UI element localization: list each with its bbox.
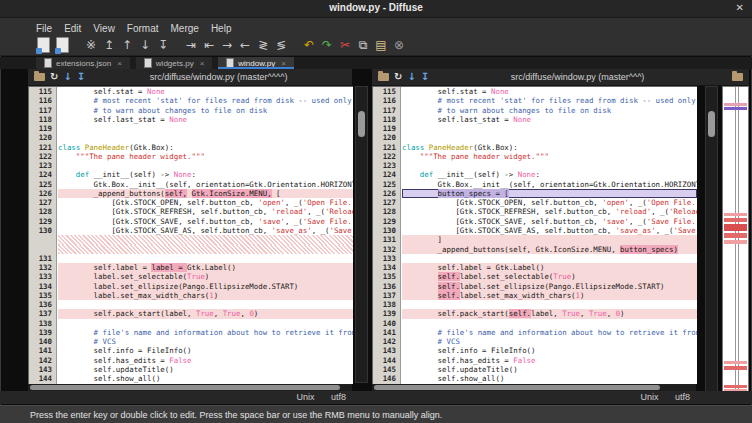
code-line[interactable]: button_specs = [ [402, 189, 697, 198]
reload-file-icon[interactable]: ↻ [50, 70, 58, 84]
code-line[interactable] [58, 235, 353, 244]
code-line[interactable]: self.pack_start(label, True, True, 0) [58, 309, 353, 318]
code-line[interactable]: # VCS [58, 337, 353, 346]
code-line[interactable]: # file's name and information about how … [402, 328, 697, 337]
code-line[interactable]: """The pane header widget.""" [58, 152, 353, 161]
copy-icon[interactable]: ⧉ [354, 36, 372, 54]
code-line[interactable]: Gtk.Box.__init__(self, orientation=Gtk.O… [58, 180, 353, 189]
code-line[interactable]: self.last_stat = None [58, 115, 353, 124]
cut-icon[interactable]: ✂ [336, 36, 354, 54]
copy-selection-left-icon[interactable]: ← [236, 36, 254, 54]
tab-close-icon[interactable]: × [281, 59, 286, 68]
merge-from-right-icon[interactable]: ≶ [272, 36, 290, 54]
code-line[interactable]: [Gtk.STOCK_SAVE_AS, self.button_cb, 'sav… [402, 226, 697, 235]
code-line[interactable]: [Gtk.STOCK_OPEN, self.button_cb, 'open',… [58, 198, 353, 207]
code-line[interactable]: self.show_all() [402, 374, 697, 383]
tab-close-icon[interactable]: × [117, 59, 122, 68]
code-line[interactable]: [Gtk.STOCK_OPEN, self.button_cb, 'open',… [402, 198, 697, 207]
code-line[interactable]: [Gtk.STOCK_SAVE, self.button_cb, 'save',… [58, 217, 353, 226]
scrollbar-handle[interactable] [358, 111, 365, 137]
code-line[interactable]: # most recent 'stat' for files read from… [402, 96, 697, 105]
code-line[interactable] [58, 300, 353, 309]
code-line[interactable] [58, 254, 353, 263]
paste-icon[interactable]: ▤ [372, 36, 390, 54]
vertical-scrollbar-left[interactable] [355, 86, 368, 383]
vertical-scrollbar-right[interactable] [705, 86, 718, 397]
code-line[interactable]: self.label.set_ellipsize(Pango.Ellipsize… [402, 282, 697, 291]
code-line[interactable] [402, 133, 697, 142]
code-line[interactable]: ] [402, 235, 697, 244]
copy-selection-right-icon[interactable]: → [218, 36, 236, 54]
new-3way-merge-icon[interactable] [56, 37, 69, 53]
code-line[interactable]: label.set_max_width_chars(1) [58, 291, 353, 300]
code-line[interactable]: self.stat = None [402, 87, 697, 96]
code-line[interactable] [58, 161, 353, 170]
code-line[interactable] [402, 254, 697, 263]
tab-close-icon[interactable]: × [200, 59, 205, 68]
code-line[interactable]: self.has_edits = False [58, 356, 353, 365]
code-line[interactable]: def __init__(self) -> None: [402, 170, 697, 179]
scrollbar-handle[interactable] [30, 385, 340, 390]
code-line[interactable]: """The pane header widget.""" [402, 152, 697, 161]
open-file-icon[interactable] [34, 73, 45, 81]
diff-map[interactable] [722, 86, 749, 397]
code-line[interactable]: self.pack_start(self.label, True, True, … [402, 309, 697, 318]
text-pane-left[interactable]: 1151161171181191201211221231241251261271… [28, 86, 353, 384]
code-line[interactable]: label.set_ellipsize(Pango.EllipsizeMode.… [58, 282, 353, 291]
title-bar[interactable]: window.py - Diffuse ✕ [0, 0, 752, 18]
code-line[interactable] [402, 161, 697, 170]
code-line[interactable]: _append_buttons(self, Gtk.IconSize.MENU,… [58, 189, 353, 198]
save-file-as-icon[interactable]: ↧ [421, 70, 429, 84]
code-line[interactable] [402, 124, 697, 133]
code-line[interactable]: # to warn about changes to file on disk [58, 106, 353, 115]
horizontal-scrollbar-left[interactable] [28, 384, 352, 391]
code-line[interactable]: def __init__(self) -> None: [58, 170, 353, 179]
tab-extensions.json[interactable]: extensions.json× [36, 57, 130, 69]
last-difference-icon[interactable]: ↧ [154, 36, 172, 54]
code-line[interactable]: self.updateTitle() [402, 365, 697, 374]
code-line[interactable]: self.updateTitle() [58, 365, 353, 374]
code-line[interactable]: label.set_selectable(True) [58, 272, 353, 281]
code-line[interactable]: # most recent 'stat' for files read from… [58, 96, 353, 105]
shift-pane-right-icon[interactable]: ⇥ [182, 36, 200, 54]
tab-window.py[interactable]: window.py× [218, 57, 294, 69]
undo-icon[interactable]: ↶ [300, 36, 318, 54]
code-line[interactable]: [Gtk.STOCK_REFRESH, self.button_cb, 'rel… [58, 207, 353, 216]
code-line[interactable]: self.info = FileInfo() [402, 346, 697, 355]
code-line[interactable]: self.show_all() [58, 374, 353, 383]
code-line[interactable] [58, 124, 353, 133]
merge-from-left-icon[interactable]: ≷ [254, 36, 272, 54]
scrollbar-handle[interactable] [708, 111, 715, 137]
tab-widgets.py[interactable]: widgets.py× [136, 57, 212, 69]
scrollbar-handle[interactable] [374, 385, 660, 390]
code-area[interactable]: self.stat = None # most recent 'stat' fo… [402, 87, 697, 384]
code-line[interactable]: self.stat = None [58, 87, 353, 96]
code-area[interactable]: self.stat = None # most recent 'stat' fo… [58, 87, 353, 384]
code-line[interactable]: self.label.set_selectable(True) [402, 272, 697, 281]
save-file-as-icon[interactable]: ↧ [77, 70, 85, 84]
code-line[interactable]: self.label = label = Gtk.Label() [58, 263, 353, 272]
code-line[interactable] [58, 133, 353, 142]
first-difference-icon[interactable]: ↥ [100, 36, 118, 54]
code-line[interactable] [402, 319, 697, 328]
save-file-icon[interactable]: ↓ [63, 70, 71, 84]
code-line[interactable] [402, 300, 697, 309]
horizontal-scrollbar-right[interactable] [372, 384, 696, 391]
code-line[interactable]: class PaneHeader(Gtk.Box): [58, 143, 353, 152]
code-line[interactable]: _append_buttons(self, Gtk.IconSize.MENU,… [402, 245, 697, 254]
close-icon[interactable]: ✕ [736, 2, 744, 13]
new-2way-merge-icon[interactable] [37, 37, 50, 53]
code-line[interactable]: # file's name and information about how … [58, 328, 353, 337]
isolate-icon[interactable]: ※ [82, 36, 100, 54]
open-file-icon[interactable] [732, 73, 743, 81]
code-line[interactable]: # VCS [402, 337, 697, 346]
previous-difference-icon[interactable]: ↑ [118, 36, 136, 54]
code-line[interactable]: [Gtk.STOCK_REFRESH, self.button_cb, 'rel… [402, 207, 697, 216]
next-difference-icon[interactable]: ↓ [136, 36, 154, 54]
code-line[interactable]: Gtk.Box.__init__(self, orientation=Gtk.O… [402, 180, 697, 189]
code-line[interactable]: class PaneHeader(Gtk.Box): [402, 143, 697, 152]
code-line[interactable]: [Gtk.STOCK_SAVE_AS, self.button_cb, 'sav… [58, 226, 353, 235]
code-line[interactable]: self.label.set_max_width_chars(1) [402, 291, 697, 300]
reload-file-icon[interactable]: ↻ [394, 70, 402, 84]
clear-edits-icon[interactable]: ⊗ [390, 36, 408, 54]
